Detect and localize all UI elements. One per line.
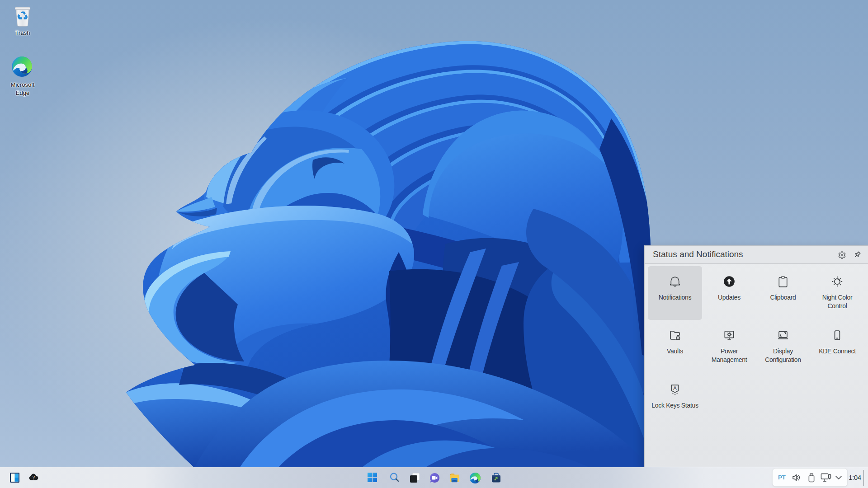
- svg-text:?: ?: [32, 474, 35, 481]
- svg-text:A: A: [673, 385, 677, 391]
